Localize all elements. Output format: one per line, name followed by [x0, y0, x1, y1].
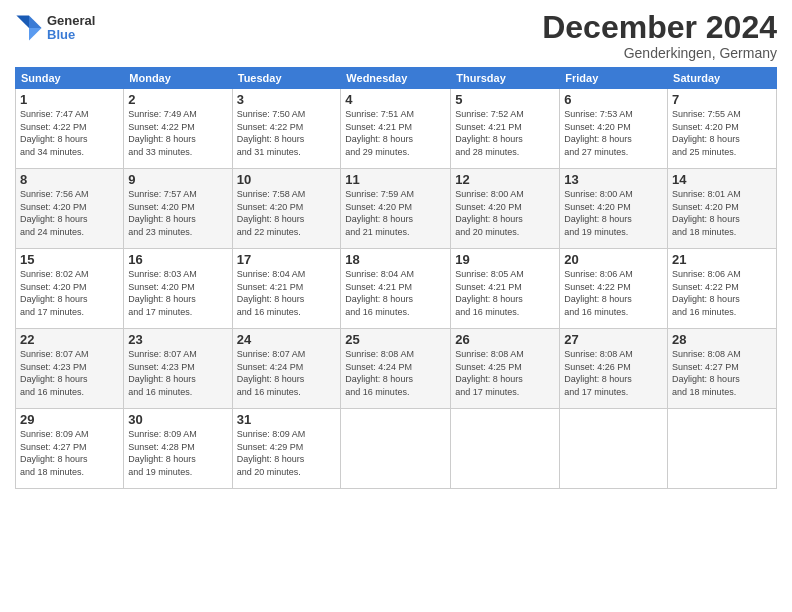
day-info: Sunrise: 7:47 AMSunset: 4:22 PMDaylight:…	[20, 108, 119, 158]
day-cell: 18 Sunrise: 8:04 AMSunset: 4:21 PMDaylig…	[341, 249, 451, 329]
day-cell: 16 Sunrise: 8:03 AMSunset: 4:20 PMDaylig…	[124, 249, 232, 329]
day-info: Sunrise: 8:02 AMSunset: 4:20 PMDaylight:…	[20, 268, 119, 318]
day-number: 21	[672, 252, 772, 267]
day-cell	[341, 409, 451, 489]
day-cell	[560, 409, 668, 489]
day-info: Sunrise: 8:08 AMSunset: 4:27 PMDaylight:…	[672, 348, 772, 398]
day-info: Sunrise: 8:07 AMSunset: 4:23 PMDaylight:…	[20, 348, 119, 398]
day-number: 8	[20, 172, 119, 187]
svg-marker-1	[29, 28, 42, 41]
day-info: Sunrise: 7:51 AMSunset: 4:21 PMDaylight:…	[345, 108, 446, 158]
day-cell: 13 Sunrise: 8:00 AMSunset: 4:20 PMDaylig…	[560, 169, 668, 249]
day-number: 16	[128, 252, 227, 267]
day-cell: 12 Sunrise: 8:00 AMSunset: 4:20 PMDaylig…	[451, 169, 560, 249]
day-cell: 27 Sunrise: 8:08 AMSunset: 4:26 PMDaylig…	[560, 329, 668, 409]
svg-marker-0	[29, 16, 42, 29]
day-number: 29	[20, 412, 119, 427]
day-number: 17	[237, 252, 337, 267]
day-info: Sunrise: 8:04 AMSunset: 4:21 PMDaylight:…	[345, 268, 446, 318]
day-info: Sunrise: 7:52 AMSunset: 4:21 PMDaylight:…	[455, 108, 555, 158]
day-number: 28	[672, 332, 772, 347]
day-cell	[668, 409, 777, 489]
day-cell: 30 Sunrise: 8:09 AMSunset: 4:28 PMDaylig…	[124, 409, 232, 489]
day-cell: 23 Sunrise: 8:07 AMSunset: 4:23 PMDaylig…	[124, 329, 232, 409]
day-cell: 29 Sunrise: 8:09 AMSunset: 4:27 PMDaylig…	[16, 409, 124, 489]
page: General Blue December 2024 Genderkingen,…	[0, 0, 792, 612]
day-number: 26	[455, 332, 555, 347]
day-info: Sunrise: 7:57 AMSunset: 4:20 PMDaylight:…	[128, 188, 227, 238]
header-thursday: Thursday	[451, 68, 560, 89]
day-number: 5	[455, 92, 555, 107]
day-number: 3	[237, 92, 337, 107]
day-number: 18	[345, 252, 446, 267]
header-tuesday: Tuesday	[232, 68, 341, 89]
day-cell: 10 Sunrise: 7:58 AMSunset: 4:20 PMDaylig…	[232, 169, 341, 249]
day-info: Sunrise: 8:03 AMSunset: 4:20 PMDaylight:…	[128, 268, 227, 318]
day-info: Sunrise: 7:49 AMSunset: 4:22 PMDaylight:…	[128, 108, 227, 158]
day-number: 13	[564, 172, 663, 187]
day-number: 4	[345, 92, 446, 107]
day-number: 1	[20, 92, 119, 107]
day-info: Sunrise: 7:53 AMSunset: 4:20 PMDaylight:…	[564, 108, 663, 158]
day-number: 12	[455, 172, 555, 187]
day-cell: 25 Sunrise: 8:08 AMSunset: 4:24 PMDaylig…	[341, 329, 451, 409]
day-info: Sunrise: 8:07 AMSunset: 4:24 PMDaylight:…	[237, 348, 337, 398]
day-cell: 6 Sunrise: 7:53 AMSunset: 4:20 PMDayligh…	[560, 89, 668, 169]
day-number: 31	[237, 412, 337, 427]
day-info: Sunrise: 8:09 AMSunset: 4:28 PMDaylight:…	[128, 428, 227, 478]
day-cell: 24 Sunrise: 8:07 AMSunset: 4:24 PMDaylig…	[232, 329, 341, 409]
day-cell: 17 Sunrise: 8:04 AMSunset: 4:21 PMDaylig…	[232, 249, 341, 329]
day-number: 27	[564, 332, 663, 347]
day-number: 15	[20, 252, 119, 267]
day-cell: 1 Sunrise: 7:47 AMSunset: 4:22 PMDayligh…	[16, 89, 124, 169]
day-info: Sunrise: 8:06 AMSunset: 4:22 PMDaylight:…	[564, 268, 663, 318]
day-info: Sunrise: 7:58 AMSunset: 4:20 PMDaylight:…	[237, 188, 337, 238]
header-wednesday: Wednesday	[341, 68, 451, 89]
day-number: 23	[128, 332, 227, 347]
day-number: 14	[672, 172, 772, 187]
week-row-4: 22 Sunrise: 8:07 AMSunset: 4:23 PMDaylig…	[16, 329, 777, 409]
day-info: Sunrise: 8:07 AMSunset: 4:23 PMDaylight:…	[128, 348, 227, 398]
week-row-5: 29 Sunrise: 8:09 AMSunset: 4:27 PMDaylig…	[16, 409, 777, 489]
logo-blue: Blue	[47, 28, 95, 42]
day-number: 24	[237, 332, 337, 347]
day-info: Sunrise: 8:00 AMSunset: 4:20 PMDaylight:…	[564, 188, 663, 238]
day-cell: 28 Sunrise: 8:08 AMSunset: 4:27 PMDaylig…	[668, 329, 777, 409]
week-row-3: 15 Sunrise: 8:02 AMSunset: 4:20 PMDaylig…	[16, 249, 777, 329]
header: General Blue December 2024 Genderkingen,…	[15, 10, 777, 61]
header-saturday: Saturday	[668, 68, 777, 89]
day-cell: 5 Sunrise: 7:52 AMSunset: 4:21 PMDayligh…	[451, 89, 560, 169]
day-number: 10	[237, 172, 337, 187]
header-friday: Friday	[560, 68, 668, 89]
day-cell: 8 Sunrise: 7:56 AMSunset: 4:20 PMDayligh…	[16, 169, 124, 249]
logo: General Blue	[15, 14, 95, 43]
day-info: Sunrise: 8:09 AMSunset: 4:27 PMDaylight:…	[20, 428, 119, 478]
location: Genderkingen, Germany	[542, 45, 777, 61]
day-number: 19	[455, 252, 555, 267]
day-info: Sunrise: 8:08 AMSunset: 4:25 PMDaylight:…	[455, 348, 555, 398]
day-number: 25	[345, 332, 446, 347]
day-cell: 15 Sunrise: 8:02 AMSunset: 4:20 PMDaylig…	[16, 249, 124, 329]
day-info: Sunrise: 7:50 AMSunset: 4:22 PMDaylight:…	[237, 108, 337, 158]
day-cell: 21 Sunrise: 8:06 AMSunset: 4:22 PMDaylig…	[668, 249, 777, 329]
day-cell: 19 Sunrise: 8:05 AMSunset: 4:21 PMDaylig…	[451, 249, 560, 329]
day-cell: 20 Sunrise: 8:06 AMSunset: 4:22 PMDaylig…	[560, 249, 668, 329]
calendar-table: Sunday Monday Tuesday Wednesday Thursday…	[15, 67, 777, 489]
calendar-header-row: Sunday Monday Tuesday Wednesday Thursday…	[16, 68, 777, 89]
header-monday: Monday	[124, 68, 232, 89]
day-info: Sunrise: 8:00 AMSunset: 4:20 PMDaylight:…	[455, 188, 555, 238]
day-info: Sunrise: 8:06 AMSunset: 4:22 PMDaylight:…	[672, 268, 772, 318]
day-info: Sunrise: 8:04 AMSunset: 4:21 PMDaylight:…	[237, 268, 337, 318]
day-cell: 22 Sunrise: 8:07 AMSunset: 4:23 PMDaylig…	[16, 329, 124, 409]
day-info: Sunrise: 8:09 AMSunset: 4:29 PMDaylight:…	[237, 428, 337, 478]
day-cell: 9 Sunrise: 7:57 AMSunset: 4:20 PMDayligh…	[124, 169, 232, 249]
day-number: 9	[128, 172, 227, 187]
logo-text: General Blue	[47, 14, 95, 43]
day-info: Sunrise: 8:01 AMSunset: 4:20 PMDaylight:…	[672, 188, 772, 238]
day-number: 7	[672, 92, 772, 107]
logo-general: General	[47, 14, 95, 28]
logo-icon	[15, 14, 43, 42]
day-number: 2	[128, 92, 227, 107]
header-sunday: Sunday	[16, 68, 124, 89]
day-cell: 4 Sunrise: 7:51 AMSunset: 4:21 PMDayligh…	[341, 89, 451, 169]
